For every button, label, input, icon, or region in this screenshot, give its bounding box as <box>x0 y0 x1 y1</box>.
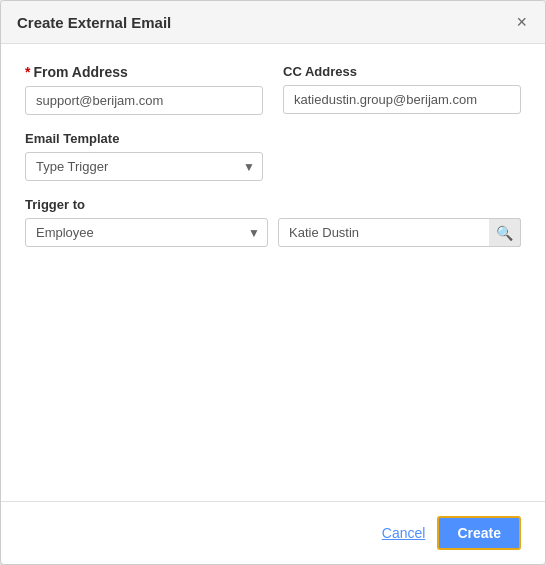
trigger-to-inputs-row: Employee ▼ 🔍 <box>25 218 521 247</box>
create-button[interactable]: Create <box>437 516 521 550</box>
search-button[interactable]: 🔍 <box>489 218 521 247</box>
close-button[interactable]: × <box>514 13 529 31</box>
dialog-body: *From Address CC Address Email Template … <box>1 44 545 501</box>
from-address-group: *From Address <box>25 64 263 115</box>
dialog-header: Create External Email × <box>1 1 545 44</box>
dialog-title: Create External Email <box>17 14 171 31</box>
dialog-footer: Cancel Create <box>1 501 545 564</box>
search-icon: 🔍 <box>496 225 513 241</box>
trigger-to-group: Trigger to Employee ▼ 🔍 <box>25 197 521 247</box>
create-external-email-dialog: Create External Email × *From Address CC… <box>0 0 546 565</box>
email-template-spacer <box>283 131 521 181</box>
from-cc-row: *From Address CC Address <box>25 64 521 115</box>
email-template-label: Email Template <box>25 131 263 146</box>
email-template-select[interactable]: Type Trigger <box>25 152 263 181</box>
required-star: * <box>25 64 30 80</box>
cc-address-input[interactable] <box>283 85 521 114</box>
trigger-to-search-input[interactable] <box>278 218 521 247</box>
email-template-group: Email Template Type Trigger ▼ <box>25 131 263 181</box>
from-address-input[interactable] <box>25 86 263 115</box>
cancel-button[interactable]: Cancel <box>382 525 426 541</box>
trigger-to-row: Trigger to Employee ▼ 🔍 <box>25 197 521 247</box>
trigger-to-select[interactable]: Employee <box>25 218 268 247</box>
cc-address-group: CC Address <box>283 64 521 115</box>
cc-address-label: CC Address <box>283 64 521 79</box>
trigger-to-label: Trigger to <box>25 197 521 212</box>
trigger-to-search-wrapper: 🔍 <box>278 218 521 247</box>
email-template-row: Email Template Type Trigger ▼ <box>25 131 521 181</box>
trigger-to-select-wrapper: Employee ▼ <box>25 218 268 247</box>
from-address-label: *From Address <box>25 64 263 80</box>
email-template-select-wrapper: Type Trigger ▼ <box>25 152 263 181</box>
